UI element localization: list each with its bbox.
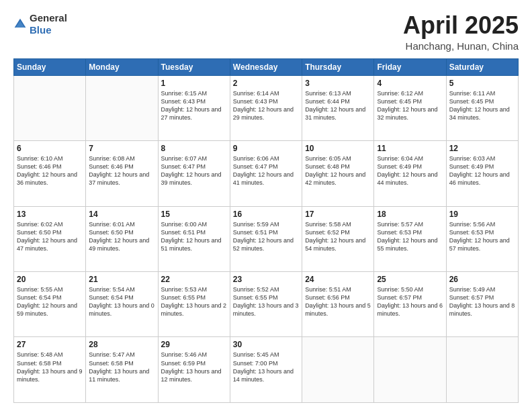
day-detail: Sunrise: 6:02 AMSunset: 6:50 PMDaylight:… <box>17 220 83 253</box>
calendar-cell: 17Sunrise: 5:58 AMSunset: 6:52 PMDayligh… <box>302 206 374 271</box>
calendar-week-3: 13Sunrise: 6:02 AMSunset: 6:50 PMDayligh… <box>14 206 519 271</box>
day-number: 14 <box>89 210 154 219</box>
calendar-cell <box>14 75 86 140</box>
day-number: 30 <box>233 340 299 349</box>
day-number: 20 <box>17 275 83 284</box>
day-number: 25 <box>377 275 443 284</box>
logo: General Blue <box>13 12 67 36</box>
calendar-cell: 11Sunrise: 6:04 AMSunset: 6:49 PMDayligh… <box>374 141 446 206</box>
calendar-header-row: SundayMondayTuesdayWednesdayThursdayFrid… <box>14 58 519 75</box>
day-detail: Sunrise: 6:08 AMSunset: 6:46 PMDaylight:… <box>89 154 154 187</box>
day-detail: Sunrise: 6:12 AMSunset: 6:45 PMDaylight:… <box>377 89 443 122</box>
calendar-cell: 9Sunrise: 6:06 AMSunset: 6:47 PMDaylight… <box>230 141 302 206</box>
day-detail: Sunrise: 6:07 AMSunset: 6:47 PMDaylight:… <box>161 154 227 187</box>
calendar-cell: 10Sunrise: 6:05 AMSunset: 6:48 PMDayligh… <box>302 141 374 206</box>
day-number: 6 <box>17 144 83 153</box>
calendar-cell: 14Sunrise: 6:01 AMSunset: 6:50 PMDayligh… <box>86 206 158 271</box>
day-detail: Sunrise: 5:52 AMSunset: 6:55 PMDaylight:… <box>233 285 299 318</box>
logo-text: General Blue <box>30 12 67 36</box>
day-number: 7 <box>89 144 154 153</box>
day-detail: Sunrise: 6:11 AMSunset: 6:45 PMDaylight:… <box>449 89 515 122</box>
weekday-header-thursday: Thursday <box>302 58 374 75</box>
day-detail: Sunrise: 6:15 AMSunset: 6:43 PMDaylight:… <box>161 89 227 122</box>
day-detail: Sunrise: 6:01 AMSunset: 6:50 PMDaylight:… <box>89 220 154 253</box>
day-number: 4 <box>377 79 443 88</box>
calendar-cell: 1Sunrise: 6:15 AMSunset: 6:43 PMDaylight… <box>158 75 230 140</box>
weekday-header-tuesday: Tuesday <box>158 58 230 75</box>
calendar-cell: 6Sunrise: 6:10 AMSunset: 6:46 PMDaylight… <box>14 141 86 206</box>
calendar-cell: 4Sunrise: 6:12 AMSunset: 6:45 PMDaylight… <box>374 75 446 140</box>
day-number: 5 <box>449 79 515 88</box>
day-number: 23 <box>233 275 299 284</box>
calendar-cell <box>302 337 374 403</box>
day-detail: Sunrise: 5:58 AMSunset: 6:52 PMDaylight:… <box>305 220 371 253</box>
calendar-cell: 16Sunrise: 5:59 AMSunset: 6:51 PMDayligh… <box>230 206 302 271</box>
weekday-header-wednesday: Wednesday <box>230 58 302 75</box>
day-detail: Sunrise: 5:50 AMSunset: 6:57 PMDaylight:… <box>377 285 443 318</box>
calendar-cell: 24Sunrise: 5:51 AMSunset: 6:56 PMDayligh… <box>302 272 374 337</box>
calendar-cell <box>446 337 518 403</box>
calendar-cell: 19Sunrise: 5:56 AMSunset: 6:53 PMDayligh… <box>446 206 518 271</box>
day-number: 9 <box>233 144 299 153</box>
day-detail: Sunrise: 6:06 AMSunset: 6:47 PMDaylight:… <box>233 154 299 187</box>
logo-general: General <box>30 12 67 24</box>
day-number: 26 <box>449 275 515 284</box>
day-detail: Sunrise: 6:05 AMSunset: 6:48 PMDaylight:… <box>305 154 371 187</box>
day-detail: Sunrise: 5:57 AMSunset: 6:53 PMDaylight:… <box>377 220 443 253</box>
calendar-cell: 22Sunrise: 5:53 AMSunset: 6:55 PMDayligh… <box>158 272 230 337</box>
calendar-cell: 23Sunrise: 5:52 AMSunset: 6:55 PMDayligh… <box>230 272 302 337</box>
day-number: 22 <box>161 275 227 284</box>
calendar-week-2: 6Sunrise: 6:10 AMSunset: 6:46 PMDaylight… <box>14 141 519 206</box>
calendar-location: Hanchang, Hunan, China <box>403 40 519 52</box>
calendar-week-5: 27Sunrise: 5:48 AMSunset: 6:58 PMDayligh… <box>14 337 519 403</box>
calendar-cell <box>86 75 158 140</box>
day-number: 11 <box>377 144 443 153</box>
day-number: 28 <box>89 340 154 349</box>
day-detail: Sunrise: 6:00 AMSunset: 6:51 PMDaylight:… <box>161 220 227 253</box>
day-number: 16 <box>233 210 299 219</box>
day-number: 8 <box>161 144 227 153</box>
calendar-cell: 2Sunrise: 6:14 AMSunset: 6:43 PMDaylight… <box>230 75 302 140</box>
calendar-cell <box>374 337 446 403</box>
day-number: 12 <box>449 144 515 153</box>
day-number: 27 <box>17 340 83 349</box>
day-number: 29 <box>161 340 227 349</box>
calendar-cell: 27Sunrise: 5:48 AMSunset: 6:58 PMDayligh… <box>14 337 86 403</box>
day-number: 15 <box>161 210 227 219</box>
day-detail: Sunrise: 5:55 AMSunset: 6:54 PMDaylight:… <box>17 285 83 318</box>
calendar-week-1: 1Sunrise: 6:15 AMSunset: 6:43 PMDaylight… <box>14 75 519 140</box>
day-detail: Sunrise: 6:13 AMSunset: 6:44 PMDaylight:… <box>305 89 371 122</box>
calendar-cell: 30Sunrise: 5:45 AMSunset: 7:00 PMDayligh… <box>230 337 302 403</box>
logo-blue: Blue <box>30 24 52 36</box>
calendar-cell: 26Sunrise: 5:49 AMSunset: 6:57 PMDayligh… <box>446 272 518 337</box>
calendar-cell: 7Sunrise: 6:08 AMSunset: 6:46 PMDaylight… <box>86 141 158 206</box>
calendar-cell: 28Sunrise: 5:47 AMSunset: 6:58 PMDayligh… <box>86 337 158 403</box>
calendar-cell: 21Sunrise: 5:54 AMSunset: 6:54 PMDayligh… <box>86 272 158 337</box>
day-detail: Sunrise: 5:54 AMSunset: 6:54 PMDaylight:… <box>89 285 154 318</box>
weekday-header-sunday: Sunday <box>14 58 86 75</box>
day-detail: Sunrise: 5:47 AMSunset: 6:58 PMDaylight:… <box>89 351 154 383</box>
calendar-cell: 8Sunrise: 6:07 AMSunset: 6:47 PMDaylight… <box>158 141 230 206</box>
calendar-cell: 20Sunrise: 5:55 AMSunset: 6:54 PMDayligh… <box>14 272 86 337</box>
calendar-title: April 2025 <box>403 12 519 39</box>
weekday-header-friday: Friday <box>374 58 446 75</box>
day-detail: Sunrise: 5:48 AMSunset: 6:58 PMDaylight:… <box>17 351 83 383</box>
page-header: General Blue April 2025 Hanchang, Hunan,… <box>13 12 519 52</box>
day-number: 10 <box>305 144 371 153</box>
day-detail: Sunrise: 5:51 AMSunset: 6:56 PMDaylight:… <box>305 285 371 318</box>
day-detail: Sunrise: 6:10 AMSunset: 6:46 PMDaylight:… <box>17 154 83 187</box>
calendar-cell: 18Sunrise: 5:57 AMSunset: 6:53 PMDayligh… <box>374 206 446 271</box>
calendar-cell: 5Sunrise: 6:11 AMSunset: 6:45 PMDaylight… <box>446 75 518 140</box>
day-number: 17 <box>305 210 371 219</box>
day-number: 24 <box>305 275 371 284</box>
day-number: 19 <box>449 210 515 219</box>
calendar-cell: 13Sunrise: 6:02 AMSunset: 6:50 PMDayligh… <box>14 206 86 271</box>
day-detail: Sunrise: 6:04 AMSunset: 6:49 PMDaylight:… <box>377 154 443 187</box>
calendar-cell: 29Sunrise: 5:46 AMSunset: 6:59 PMDayligh… <box>158 337 230 403</box>
day-detail: Sunrise: 5:45 AMSunset: 7:00 PMDaylight:… <box>233 351 299 383</box>
weekday-header-saturday: Saturday <box>446 58 518 75</box>
day-number: 18 <box>377 210 443 219</box>
day-number: 21 <box>89 275 154 284</box>
day-detail: Sunrise: 6:14 AMSunset: 6:43 PMDaylight:… <box>233 89 299 122</box>
day-detail: Sunrise: 5:59 AMSunset: 6:51 PMDaylight:… <box>233 220 299 253</box>
